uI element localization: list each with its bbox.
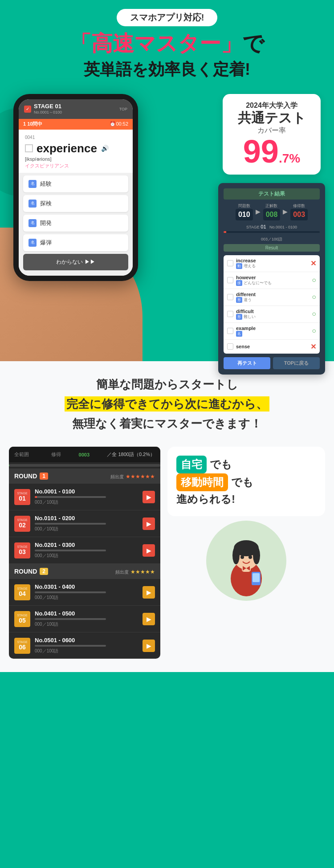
- snb-num-03: 03: [19, 548, 26, 555]
- result-label: Result: [224, 244, 320, 252]
- total-bar: [9, 464, 160, 467]
- choice-btn-1[interactable]: 名 経験: [23, 175, 128, 192]
- stage-panel-header: 全範囲 修得 0003 ／全 1800語（0.2%）: [9, 447, 160, 462]
- word-list: increase 動増える ✕ however 接どんなに〜でも ○ diffe…: [224, 255, 320, 354]
- snb-num-05: 05: [19, 617, 26, 624]
- phone-progress-bar: 1 10問中 ⏰00:52: [19, 119, 133, 130]
- round1-text: ROUND: [14, 473, 37, 480]
- svg-point-8: [248, 555, 252, 559]
- wrong-val: 003: [290, 209, 308, 220]
- stage-arrow-05[interactable]: ▶: [143, 613, 155, 625]
- round2-text: ROUND: [14, 568, 37, 575]
- stage-bar-06: [35, 645, 106, 647]
- round2-header: ROUND 2 頻出度 ★★★★★: [9, 564, 160, 579]
- stats-main-num: 99: [243, 135, 279, 167]
- stats-badge: 2024年大学入学 共通テスト カバー率 99 .7 %: [223, 94, 321, 175]
- retest-btn[interactable]: 再テスト: [224, 357, 270, 369]
- word-main: experience 🔊: [25, 142, 126, 155]
- stage-range-05: No.0401 - 0500: [35, 610, 138, 617]
- word-number: 0041: [25, 135, 126, 140]
- stage-badge: ✓ STAGE 01 No.0001～0100: [24, 103, 62, 115]
- wli-result-3: ○: [312, 293, 316, 301]
- snb-stage-06: STAGE: [17, 640, 27, 644]
- stage-info-04: No.0301 - 0400 000／100語: [35, 583, 138, 601]
- middle-text: 簡単な問題からスタートし 完全に修得できてから次に進むから、 無理なく着実にマス…: [13, 375, 321, 434]
- svg-point-5: [232, 546, 240, 564]
- choice-icon-1: 名: [29, 180, 37, 188]
- stage-panel: 全範囲 修得 0003 ／全 1800語（0.2%） ROUND 1 頻出度 ★…: [9, 447, 160, 659]
- top-btn[interactable]: TOP: [119, 107, 127, 111]
- wli-content-3: different 形違う: [236, 292, 309, 303]
- stage-arrow-02[interactable]: ▶: [143, 518, 155, 530]
- move-highlight: 移動時間: [176, 473, 228, 491]
- wli-check-1: [227, 260, 233, 266]
- wli-jp-3: 形違う: [236, 297, 309, 303]
- wli-check-5: [227, 328, 233, 334]
- wli-jp-1: 動増える: [236, 263, 308, 269]
- title-black: で: [242, 32, 264, 55]
- stage-badge-04: STAGE 04: [14, 584, 30, 600]
- round1-header: ROUND 1 頻出度 ★★★★★★: [9, 469, 160, 484]
- correct-label: 正解数: [263, 203, 281, 209]
- snb-stage-02: STAGE: [17, 518, 27, 522]
- phone-screen: ✓ STAGE 01 No.0001～0100 TOP 1 10問中 ⏰00:5…: [19, 99, 133, 276]
- bottom-section: 全範囲 修得 0003 ／全 1800語（0.2%） ROUND 1 頻出度 ★…: [0, 442, 334, 672]
- phone-section: ✓ STAGE 01 No.0001～0100 TOP 1 10問中 ⏰00:5…: [0, 85, 334, 361]
- home-highlight-1: 自宅: [176, 456, 207, 473]
- wli-check-2: [227, 277, 233, 283]
- result-progress-fill: [224, 231, 226, 233]
- top-title: 「高速マスター」で: [13, 31, 321, 57]
- wli-en-4: difficult: [236, 309, 309, 314]
- stage-arrow-01[interactable]: ▶: [143, 491, 155, 503]
- stage-info-05: No.0401 - 0500 000／100語: [35, 610, 138, 628]
- stage-arrow-03[interactable]: ▶: [143, 544, 155, 557]
- stage-fill-01: [35, 496, 37, 498]
- stage-badge-02: STAGE 02: [14, 516, 30, 532]
- sound-icon[interactable]: 🔊: [101, 144, 110, 153]
- stage-badge-03: STAGE 03: [14, 542, 30, 558]
- top-badge: スマホアプリ対応!: [117, 9, 218, 26]
- middle-line3: 無理なく着実にマスターできます！: [13, 414, 321, 433]
- stage-bar-01: [35, 496, 106, 498]
- wakaranai-btn[interactable]: わからない ▶▶: [23, 254, 128, 270]
- stage-arrow-04[interactable]: ▶: [143, 586, 155, 599]
- stage-info-03: No.0201 - 0300 000／100語: [35, 542, 138, 559]
- stage-badge-01: STAGE 01: [14, 489, 30, 505]
- home-suffix-1: でも: [210, 458, 232, 470]
- stage-arrow-06[interactable]: ▶: [143, 640, 155, 652]
- phone-mockup: ✓ STAGE 01 No.0001～0100 TOP 1 10問中 ⏰00:5…: [13, 94, 138, 281]
- wli-en-2: however: [236, 275, 309, 280]
- svg-point-6: [253, 546, 260, 564]
- wli-jp-5: 名: [236, 331, 309, 337]
- snb-num-04: 04: [19, 590, 26, 597]
- top-return-btn[interactable]: TOPに戻る: [273, 357, 320, 369]
- home-line3: 進められる!: [176, 491, 316, 507]
- choice-btn-3[interactable]: 名 開発: [23, 215, 128, 232]
- choice-btn-2[interactable]: 名 探検: [23, 195, 128, 212]
- stage-badge-05: STAGE 05: [14, 611, 30, 627]
- word-area: 0041 experience 🔊 [ikspíərions] イクスピァリアン…: [19, 130, 133, 173]
- word-text: experience: [37, 142, 97, 155]
- wli-result-6: ✕: [310, 342, 316, 351]
- stage-item-01: STAGE 01 No.0001 - 0100 003／100語 ▶: [9, 484, 160, 510]
- master-count: 0003: [79, 452, 90, 457]
- wli-check-6: [227, 343, 233, 350]
- stage-item-04: STAGE 04 No.0301 - 0400 000／100語 ▶: [9, 579, 160, 606]
- wli-en-6: sense: [236, 344, 308, 349]
- choice-text-2: 探検: [40, 200, 52, 208]
- stage-range-03: No.0201 - 0300: [35, 542, 138, 548]
- home-line1: 自宅 でも: [176, 456, 316, 473]
- stage-count-04: 000／100語: [35, 595, 138, 601]
- stage-item-05: STAGE 05 No.0401 - 0500 000／100語 ▶: [9, 606, 160, 632]
- top-subtitle: 英単語を効率良く定着!: [13, 59, 321, 81]
- wli-check-4: [227, 311, 233, 317]
- choice-btn-4[interactable]: 名 爆弾: [23, 234, 128, 251]
- total-bar-fill: [9, 464, 9, 467]
- word-checkbox: [25, 144, 33, 152]
- stage-bar-02: [35, 523, 106, 525]
- stage-text: STAGE 01: [34, 103, 62, 110]
- stage-range-01: No.0001 - 0100: [35, 488, 138, 495]
- wli-jp-4: 形難しい: [236, 314, 309, 320]
- svg-rect-12: [253, 573, 260, 582]
- word-phonetic: [ikspíərions]: [25, 156, 126, 162]
